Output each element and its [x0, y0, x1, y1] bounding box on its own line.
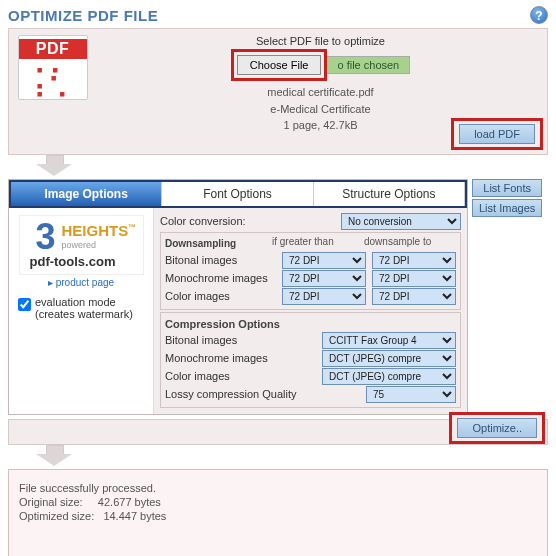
bitonal-compression-select[interactable]: CCITT Fax Group 4: [322, 332, 456, 349]
color-conversion-select[interactable]: No conversion: [341, 213, 461, 230]
bitonal-compression-label: Bitonal images: [165, 334, 316, 346]
mono-target-select[interactable]: 72 DPI: [372, 270, 456, 287]
lossy-quality-select[interactable]: 75: [366, 386, 456, 403]
color-conversion-label: Color conversion:: [160, 215, 335, 227]
mono-threshold-select[interactable]: 72 DPI: [282, 270, 366, 287]
mono-downsample-label: Monochrome images: [165, 272, 276, 284]
color-compression-select[interactable]: DCT (JPEG) compre: [322, 368, 456, 385]
mono-compression-select[interactable]: DCT (JPEG) compre: [322, 350, 456, 367]
original-size-value: 42.677 bytes: [98, 496, 161, 508]
bitonal-target-select[interactable]: 72 DPI: [372, 252, 456, 269]
evaluation-mode-checkbox[interactable]: [18, 298, 31, 311]
tab-structure-options[interactable]: Structure Options: [314, 182, 465, 206]
product-sidebar: 3 HEIGHTS™ powered pdf-tools.com ▸ produ…: [9, 208, 154, 414]
status-processed: File successfully processed.: [19, 482, 537, 494]
color-downsample-label: Color images: [165, 290, 276, 302]
bitonal-threshold-select[interactable]: 72 DPI: [282, 252, 366, 269]
upload-panel: PDF ▪ ▪ ▪ ▪▪ ▪ Select PDF file to optimi…: [8, 28, 548, 155]
selected-filename: medical certificate.pdf: [100, 84, 541, 101]
downsampling-heading: Downsampling: [165, 238, 272, 249]
product-page-link[interactable]: ▸ product page: [48, 277, 114, 288]
list-fonts-button[interactable]: List Fonts: [472, 179, 542, 197]
evaluation-mode-label: evaluation mode (creates watermark): [35, 296, 144, 320]
list-images-button[interactable]: List Images: [472, 199, 542, 217]
original-size-label: Original size:: [19, 496, 83, 508]
optimize-button[interactable]: Optimize..: [457, 418, 537, 438]
help-icon[interactable]: ?: [530, 6, 548, 24]
tab-font-options[interactable]: Font Options: [162, 182, 313, 206]
select-prompt: Select PDF file to optimize: [100, 35, 541, 47]
page-title: OPTIMIZE PDF FILE: [8, 7, 158, 24]
status-panel: File successfully processed. Original si…: [8, 469, 548, 557]
options-panel: Image Options Font Options Structure Opt…: [8, 179, 468, 415]
compression-heading: Compression Options: [165, 318, 456, 330]
choose-file-button[interactable]: Choose File: [237, 55, 322, 75]
color-target-select[interactable]: 72 DPI: [372, 288, 456, 305]
pdf-file-icon: PDF ▪ ▪ ▪ ▪▪ ▪: [18, 35, 88, 100]
col-if-greater-than: if greater than: [272, 236, 364, 251]
mono-compression-label: Monochrome images: [165, 352, 316, 364]
flow-arrow-icon: [34, 155, 74, 177]
tab-image-options[interactable]: Image Options: [11, 182, 162, 206]
flow-arrow-icon: [34, 445, 74, 467]
optimized-size-value: 14.447 bytes: [103, 510, 166, 522]
color-compression-label: Color images: [165, 370, 316, 382]
bitonal-downsample-label: Bitonal images: [165, 254, 276, 266]
pdf-tools-logo: 3 HEIGHTS™ powered pdf-tools.com: [19, 215, 144, 275]
lossy-quality-label: Lossy compression Quality: [165, 388, 360, 400]
file-chosen-status: o file chosen: [327, 56, 410, 74]
file-subtitle: e-Medical Certificate: [100, 101, 541, 118]
optimized-size-label: Optimized size:: [19, 510, 94, 522]
load-pdf-button[interactable]: load PDF: [459, 124, 535, 144]
color-threshold-select[interactable]: 72 DPI: [282, 288, 366, 305]
col-downsample-to: downsample to: [364, 236, 456, 251]
